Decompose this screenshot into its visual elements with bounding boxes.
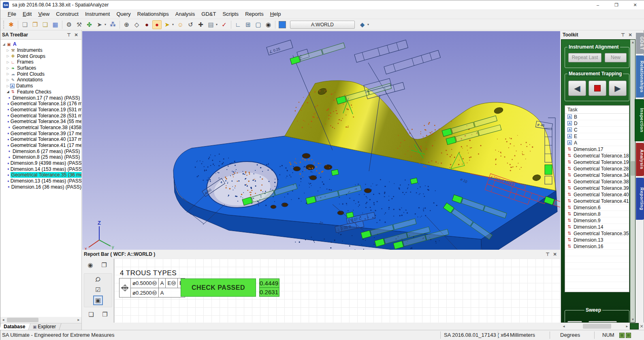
status-grid-icon[interactable] — [626, 333, 631, 338]
inspect-icon[interactable]: Ϙ — [91, 272, 105, 286]
tree-check-item[interactable]: ●Geometrical Tolerance.40 (137 m — [0, 136, 81, 142]
snapshot-camera-icon[interactable]: ◉ — [264, 20, 273, 29]
tree-category-point-clouds[interactable]: ▷☁Point Clouds — [0, 71, 81, 77]
menu-relationships[interactable]: Relationships — [134, 10, 172, 18]
close-button[interactable]: ✕ — [626, 0, 644, 9]
report-pages-icon[interactable]: ❐ — [100, 310, 110, 319]
tree-category-annotations[interactable]: ▷✎Annotations — [0, 77, 81, 83]
new-file-icon[interactable]: ❏ — [20, 20, 30, 29]
task-feature-item[interactable]: ⇅Dimension.16 — [565, 243, 629, 250]
report-page-icon[interactable]: ❏ — [86, 310, 96, 319]
dark-sphere-icon[interactable]: ● — [142, 20, 151, 29]
tree-category-feature-checks[interactable]: ◢⇅Feature Checks — [0, 89, 81, 95]
keypad-icon[interactable]: ⊞ — [243, 20, 253, 29]
menu-help[interactable]: Help — [267, 10, 284, 18]
task-feature-item[interactable]: ⇅Geometrical Tolerance.18 — [565, 153, 629, 159]
tree-check-item[interactable]: ●Dimension.14 (153 meas) (PASS) — [0, 166, 81, 172]
dropdown-arrow-icon[interactable]: ▾ — [104, 23, 108, 26]
tree-check-item[interactable]: ●Dimension.9 (4398 meas) (PASS) — [0, 160, 81, 166]
trap-next-button[interactable]: ▶ — [609, 81, 627, 96]
tree-check-item[interactable]: ●Geometrical Tolerance.41 (17 me — [0, 142, 81, 149]
tree-check-item[interactable]: ●Geometrical Tolerance.38 (4358 — [0, 125, 81, 131]
task-datum-A[interactable]: AA — [565, 140, 629, 146]
task-feature-item[interactable]: ⇅Geometrical Tolerance.35 — [565, 230, 629, 237]
pin-icon[interactable]: ⊤ — [65, 32, 73, 38]
trap-previous-button[interactable]: ◀ — [568, 81, 586, 96]
callout-icon[interactable]: ➤ — [162, 20, 172, 29]
restore-button[interactable]: ❐ — [607, 0, 626, 9]
snapshot-camera-icon[interactable]: ◉ — [85, 260, 95, 270]
leader-note-icon[interactable]: ∟ — [233, 20, 243, 29]
task-feature-item[interactable]: ⇅Geometrical Tolerance.39 — [565, 185, 629, 191]
dialog-icon[interactable]: ▤ — [206, 20, 215, 29]
cube-wireframe-icon[interactable]: ◇ — [132, 20, 141, 29]
menu-view[interactable]: View — [35, 10, 53, 18]
repeat-last-button[interactable]: Repeat Last — [568, 53, 601, 62]
render-mode-icon[interactable]: ◆ — [358, 20, 367, 29]
tree-check-item[interactable]: ●Geometrical Tolerance.19 (531 m — [0, 107, 81, 113]
tree-category-frames[interactable]: ▷∟Frames — [0, 59, 81, 65]
side-tab-gdt[interactable]: GD&T — [636, 33, 644, 54]
task-feature-item[interactable]: ⇅Dimension.9 — [565, 217, 629, 224]
scroll-down-icon[interactable]: ▼ — [630, 318, 635, 321]
pin-icon[interactable]: ⊤ — [544, 252, 551, 257]
trap-stop-button[interactable] — [589, 81, 606, 96]
task-feature-item[interactable]: ⇅Dimension.6 — [565, 204, 629, 211]
tree-hscrollbar[interactable]: ◄ ► — [0, 317, 81, 323]
framed-view-icon[interactable]: ▣ — [93, 295, 103, 305]
status-angles[interactable]: Degrees — [560, 332, 580, 338]
menu-construct[interactable]: Construct — [53, 10, 82, 18]
import-file-icon[interactable]: ❏ — [41, 20, 50, 29]
watch-window-icon[interactable]: ☺ — [176, 20, 185, 29]
tree-root-A[interactable]: ◢▣A — [0, 41, 81, 47]
marquee-select-icon[interactable]: ▢ — [254, 20, 263, 29]
task-datum-B[interactable]: AB — [565, 114, 629, 120]
tree-check-item[interactable]: ●Geometrical Tolerance.28 (531 m — [0, 113, 81, 119]
tree-check-item[interactable]: ●Dimension.6 (27 meas) (PASS) — [0, 148, 81, 154]
wcf-selector-button[interactable]: A:WORLD — [290, 21, 355, 29]
task-feature-item[interactable]: ⇅Dimension.13 — [565, 237, 629, 243]
close-icon[interactable]: ✕ — [639, 324, 644, 329]
red-sphere-icon[interactable]: ● — [152, 20, 162, 29]
dropdown-arrow-icon[interactable]: ▾ — [216, 23, 219, 26]
tree-check-item[interactable]: ●Geometrical Tolerance.39 (17 me — [0, 130, 81, 136]
add-instrument-icon[interactable]: ✤ — [85, 20, 94, 29]
task-feature-item[interactable]: ⇅Geometrical Tolerance.28 — [565, 166, 629, 172]
quick-check-icon[interactable]: ✓ — [220, 20, 229, 29]
tree-check-item[interactable]: ●Geometrical Tolerance.35 (36 me — [0, 172, 81, 178]
close-icon[interactable]: ✕ — [551, 252, 559, 257]
task-datum-C[interactable]: AC — [565, 127, 629, 133]
viewport-3d[interactable]: ∠ 0.25Cø 46ø 60∥ 0.07 C⊥ 0.05 B4 TROUS T… — [82, 31, 560, 250]
status-units[interactable]: Millimeters — [510, 332, 535, 338]
checklist-icon[interactable]: ☑ — [93, 285, 103, 295]
dropdown-arrow-icon[interactable]: ▾ — [172, 23, 175, 26]
tree-category-datums[interactable]: ▷ADatums — [0, 83, 81, 89]
run-interface-icon[interactable]: ➤ — [95, 20, 104, 29]
tree-hierarchy-icon[interactable]: ⁂ — [108, 20, 117, 29]
menu-file[interactable]: File — [4, 10, 19, 18]
task-feature-item[interactable]: ⇅Dimension.8 — [565, 211, 629, 217]
menu-analysis[interactable]: Analysis — [172, 10, 198, 18]
sphere-wireframe-icon[interactable]: ⊕ — [122, 20, 131, 29]
side-tab-reporting[interactable]: Reporting — [636, 178, 644, 220]
toolkit-scrollbar[interactable]: ▲ ▼ — [630, 40, 635, 322]
sa-target-icon[interactable]: ✱ — [6, 20, 16, 29]
pin-icon[interactable]: ⊤ — [619, 32, 627, 38]
status-grid-icon[interactable] — [619, 333, 625, 338]
cad-model-canvas[interactable]: ∠ 0.25Cø 46ø 60∥ 0.07 C⊥ 0.05 B4 TROUS T… — [82, 31, 560, 250]
menu-gdt[interactable]: GD&T — [198, 10, 219, 18]
tree-check-item[interactable]: ●Dimension.16 (36 meas) (PASS) — [0, 184, 81, 190]
task-feature-item[interactable]: ⇅Dimension.14 — [565, 224, 629, 230]
task-feature-item[interactable]: ⇅Geometrical Tolerance.38 — [565, 178, 629, 185]
settings-gear-icon[interactable]: ⚙ — [64, 20, 74, 29]
tree-category-surfaces[interactable]: ▷❧Surfaces — [0, 65, 81, 71]
side-tab-relationships[interactable]: Relationships — [636, 55, 644, 98]
side-tab-analysis[interactable]: Analysis — [636, 143, 644, 176]
task-datum-D[interactable]: AD — [565, 120, 629, 127]
tab-explorer[interactable]: ▣ Explorer — [29, 323, 62, 330]
task-feature-item[interactable]: ⇅Geometrical Tolerance.41 — [565, 198, 629, 204]
scroll-left-icon[interactable]: ◄ — [561, 325, 567, 328]
minimize-button[interactable]: – — [589, 0, 607, 9]
menu-edit[interactable]: Edit — [19, 10, 35, 18]
scroll-up-icon[interactable]: ▲ — [630, 40, 635, 44]
